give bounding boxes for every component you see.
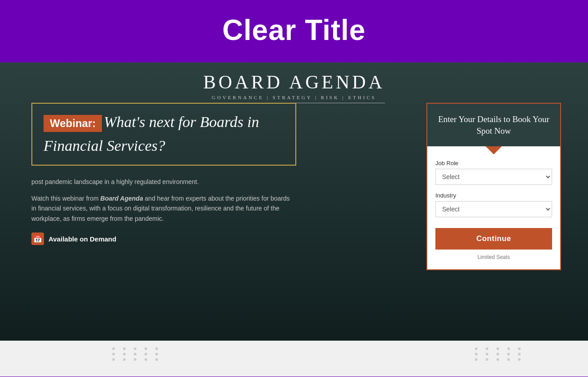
dot <box>486 353 488 355</box>
dot <box>475 353 478 355</box>
continue-button[interactable]: Continue <box>435 228 552 250</box>
logo-title: BOARD AGENDA <box>203 71 385 93</box>
form-card: Enter Your Details to Book Your Spot Now… <box>426 103 561 270</box>
industry-group: Industry Select Financial Services Banki… <box>435 192 552 217</box>
industry-label: Industry <box>435 192 552 199</box>
dot <box>507 358 510 361</box>
dot <box>475 358 478 361</box>
header: Clear Title <box>0 0 588 62</box>
dots-grid-left <box>112 347 158 361</box>
dot <box>145 358 147 361</box>
dot <box>486 347 488 350</box>
webinar-description-1: post pandemic landscape in a highly regu… <box>31 177 296 187</box>
job-role-label: Job Role <box>435 160 552 167</box>
dot <box>507 353 510 355</box>
left-panel: Webinar: What's next for Boards in Finan… <box>31 103 296 245</box>
dot <box>155 358 158 361</box>
form-body: Job Role Select CEO CFO COO Board Member… <box>427 146 560 269</box>
dot <box>155 347 158 350</box>
form-arrow <box>486 146 502 154</box>
dot <box>145 353 147 355</box>
dot <box>112 358 115 361</box>
dot <box>518 347 521 350</box>
dot <box>123 358 126 361</box>
dot <box>155 353 158 355</box>
dot <box>134 353 136 355</box>
dot <box>507 347 510 350</box>
available-row: 📅 Available on Demand <box>31 232 296 245</box>
dot <box>496 347 499 350</box>
dot <box>496 353 499 355</box>
publication-name: Board Agenda <box>101 195 143 202</box>
dot <box>518 353 521 355</box>
job-role-group: Job Role Select CEO CFO COO Board Member… <box>435 160 552 185</box>
form-header: Enter Your Details to Book Your Spot Now <box>427 104 560 146</box>
dot <box>518 358 521 361</box>
dots-row-1 <box>112 347 158 350</box>
job-role-select[interactable]: Select CEO CFO COO Board Member Director… <box>435 169 552 185</box>
dot <box>496 358 499 361</box>
dots-row-3 <box>112 358 158 361</box>
webinar-description-full: Watch this webinar from Board Agenda and… <box>31 193 296 224</box>
registration-form-panel: Enter Your Details to Book Your Spot Now… <box>426 103 561 270</box>
dot <box>486 358 488 361</box>
dot <box>123 347 126 350</box>
dot <box>134 347 136 350</box>
available-text: Available on Demand <box>48 235 116 243</box>
dot <box>112 347 115 350</box>
webinar-title-box: Webinar: What's next for Boards in Finan… <box>31 103 296 166</box>
main-content: BOARD AGENDA GOVERNANCE | STRATEGY | RIS… <box>0 62 588 341</box>
dot <box>112 353 115 355</box>
dots-row-r2 <box>475 353 521 355</box>
dots-row-r1 <box>475 347 521 350</box>
dot <box>475 347 478 350</box>
dots-row-2 <box>112 353 158 355</box>
industry-select[interactable]: Select Financial Services Banking Insura… <box>435 201 552 217</box>
form-heading: Enter Your Details to Book Your Spot Now <box>438 114 549 136</box>
calendar-icon: 📅 <box>31 232 44 245</box>
logo-area: BOARD AGENDA GOVERNANCE | STRATEGY | RIS… <box>203 71 385 103</box>
logo-subtitle: GOVERNANCE | STRATEGY | RISK | ETHICS <box>203 95 385 100</box>
page-title: Clear Title <box>0 13 588 47</box>
dot <box>123 353 126 355</box>
dots-row-r3 <box>475 358 521 361</box>
bottom-section <box>0 341 588 377</box>
webinar-label: Webinar: <box>44 115 102 132</box>
limited-seats-text: Limited Seats <box>435 254 552 260</box>
dot <box>134 358 136 361</box>
dots-grid-right <box>475 347 521 361</box>
dot <box>145 347 147 350</box>
